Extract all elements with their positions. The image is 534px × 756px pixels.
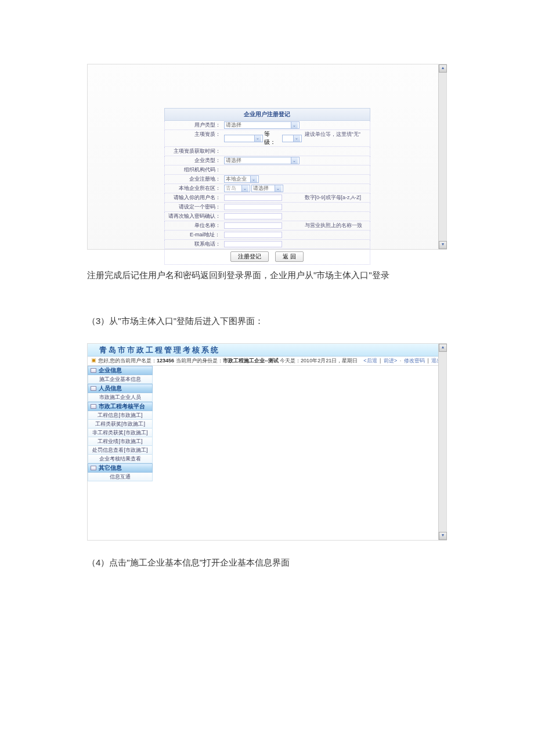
sidebar-item-basic-info[interactable]: 施工企业基本信息 bbox=[88, 375, 153, 384]
email-label: E-mail地址： bbox=[165, 231, 223, 239]
email-input[interactable] bbox=[224, 232, 282, 238]
scrollbar[interactable]: ▴ ▾ bbox=[438, 64, 446, 249]
chevron-down-icon: ⌄ bbox=[291, 157, 298, 164]
folder-icon bbox=[91, 404, 96, 409]
scroll-down-icon[interactable]: ▾ bbox=[439, 532, 447, 540]
reg-loc-select[interactable]: 本地企业⌄ bbox=[224, 175, 259, 183]
sidebar-section-platform[interactable]: 市政工程考核平台 bbox=[88, 402, 153, 411]
phone-input[interactable] bbox=[224, 241, 282, 247]
level-label: 等级： bbox=[264, 130, 281, 146]
org-code-label: 组织机构代码： bbox=[165, 165, 223, 174]
sidebar-item-assessment[interactable]: 企业考核结果查看 bbox=[88, 455, 153, 463]
password-input[interactable] bbox=[224, 204, 282, 210]
password-label: 请设定一个密码： bbox=[165, 203, 223, 211]
forward-link[interactable]: 前进> bbox=[384, 358, 397, 363]
unit-name-hint: 与营业执照上的名称一致 bbox=[303, 221, 370, 230]
sidebar-item-nonproj-award[interactable]: 非工程类获奖[市政施工] bbox=[88, 429, 153, 437]
back-button[interactable]: 返 回 bbox=[275, 251, 304, 262]
sidebar: 企业信息 施工企业基本信息 人员信息 市政施工企业人员 市政工程考核平台 工程信… bbox=[88, 366, 153, 540]
dashboard-screenshot: ▴ ▾ 青岛市市政工程管理考核系统 ▣ 您好,您的当前用户名是：123456 当… bbox=[87, 343, 447, 541]
qual-time-label: 主项资质获取时间： bbox=[165, 147, 223, 156]
user-type-label: 用户类型： bbox=[165, 121, 223, 129]
registration-form-screenshot: ▴ ▾ 企业用户注册登记 用户类型： 请选择⌄ 主项资质： ⌄ 等级： bbox=[87, 64, 447, 250]
user-type-select[interactable]: 请选择⌄ bbox=[224, 121, 300, 129]
back-link[interactable]: <后退 bbox=[363, 358, 377, 363]
sidebar-section-personnel[interactable]: 人员信息 bbox=[88, 384, 153, 393]
chevron-down-icon: ⌄ bbox=[241, 185, 248, 192]
chevron-down-icon: ⌄ bbox=[250, 176, 257, 182]
level-select[interactable]: ⌄ bbox=[282, 135, 302, 142]
register-button[interactable]: 注册登记 bbox=[230, 251, 269, 262]
sidebar-item-personnel[interactable]: 市政施工企业人员 bbox=[88, 393, 153, 402]
unit-name-input[interactable] bbox=[224, 222, 282, 229]
prose-p3: （4）点击"施工企业基本信息"打开企业基本信息界面 bbox=[87, 555, 447, 571]
folder-icon bbox=[91, 466, 96, 470]
app-title: 青岛市市政工程管理考核系统 bbox=[99, 345, 220, 355]
chevron-down-icon: ⌄ bbox=[254, 135, 261, 142]
app-header: 青岛市市政工程管理考核系统 bbox=[88, 344, 446, 357]
folder-icon bbox=[91, 368, 96, 373]
sidebar-item-proj-info[interactable]: 工程信息[市政施工] bbox=[88, 411, 153, 420]
change-password-link[interactable]: 修改密码 bbox=[404, 358, 425, 363]
info-icon: ▣ bbox=[91, 358, 96, 363]
ent-type-select[interactable]: 请选择⌄ bbox=[224, 157, 300, 164]
prose-p1: 注册完成后记住用户名和密码返回到登录界面，企业用户从"市场主体入口"登录 bbox=[87, 267, 447, 284]
scroll-down-icon[interactable]: ▾ bbox=[439, 241, 447, 249]
confirm-input[interactable] bbox=[224, 213, 282, 219]
sidebar-item-info-exchange[interactable]: 信息互通 bbox=[88, 473, 153, 481]
main-content bbox=[153, 366, 446, 540]
main-qual-label: 主项资质： bbox=[165, 130, 223, 146]
sidebar-section-other[interactable]: 其它信息 bbox=[88, 463, 153, 473]
sidebar-section-enterprise[interactable]: 企业信息 bbox=[88, 366, 153, 375]
main-qual-hint: 建设单位等，这里填"无" bbox=[303, 130, 370, 146]
unit-name-label: 单位名称： bbox=[165, 221, 223, 230]
local-area-label: 本地企业所在区： bbox=[165, 184, 223, 193]
folder-icon bbox=[91, 386, 96, 391]
scrollbar[interactable]: ▴ ▾ bbox=[438, 344, 446, 540]
chevron-down-icon: ⌄ bbox=[275, 185, 282, 192]
sidebar-item-proj-perf[interactable]: 工程业绩[市政施工] bbox=[88, 437, 153, 446]
reg-loc-label: 企业注册地： bbox=[165, 175, 223, 183]
city-select[interactable]: 青岛⌄ bbox=[224, 185, 250, 192]
confirm-label: 请再次输入密码确认： bbox=[165, 212, 223, 221]
form-title: 企业用户注册登记 bbox=[164, 108, 370, 121]
prose-p2: （3）从"市场主体入口"登陆后进入下图界面： bbox=[87, 313, 447, 330]
chevron-down-icon: ⌄ bbox=[293, 135, 300, 142]
username-label: 请输入你的用户名： bbox=[165, 193, 223, 202]
district-select[interactable]: 请选择⌄ bbox=[251, 185, 283, 192]
username-input[interactable] bbox=[224, 195, 282, 201]
phone-label: 联系电话： bbox=[165, 240, 223, 249]
info-bar: ▣ 您好,您的当前用户名是：123456 当前用户的身份是：市政工程施工企业--… bbox=[88, 357, 446, 366]
ent-type-label: 企业类型： bbox=[165, 156, 223, 165]
sidebar-item-penalty[interactable]: 处罚信息查看[市政施工] bbox=[88, 446, 153, 455]
scroll-up-icon[interactable]: ▴ bbox=[439, 64, 447, 73]
main-qual-select[interactable]: ⌄ bbox=[224, 135, 263, 142]
chevron-down-icon: ⌄ bbox=[291, 122, 298, 128]
sidebar-item-proj-award[interactable]: 工程类获奖[市政施工] bbox=[88, 420, 153, 429]
scroll-up-icon[interactable]: ▴ bbox=[439, 344, 447, 352]
username-hint: 数字[0-9]或字母[a-z,A-Z] bbox=[303, 193, 370, 202]
